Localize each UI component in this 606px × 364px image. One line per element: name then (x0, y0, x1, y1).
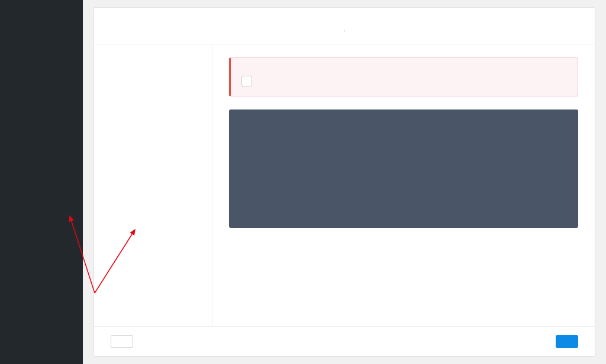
htaccess-editor[interactable] (229, 109, 578, 228)
save-button[interactable] (556, 335, 578, 348)
page-subtitle: . (106, 24, 583, 33)
settings-tabs (94, 44, 212, 326)
card-footer (94, 326, 595, 356)
warning-alert (229, 57, 578, 96)
main-area: . (83, 0, 606, 364)
card-header: . (94, 8, 595, 44)
reset-button[interactable] (111, 335, 133, 348)
risk-checkbox[interactable] (241, 76, 252, 86)
settings-card: . (94, 7, 595, 357)
tab-content (212, 44, 595, 326)
admin-sidebar (0, 0, 83, 364)
